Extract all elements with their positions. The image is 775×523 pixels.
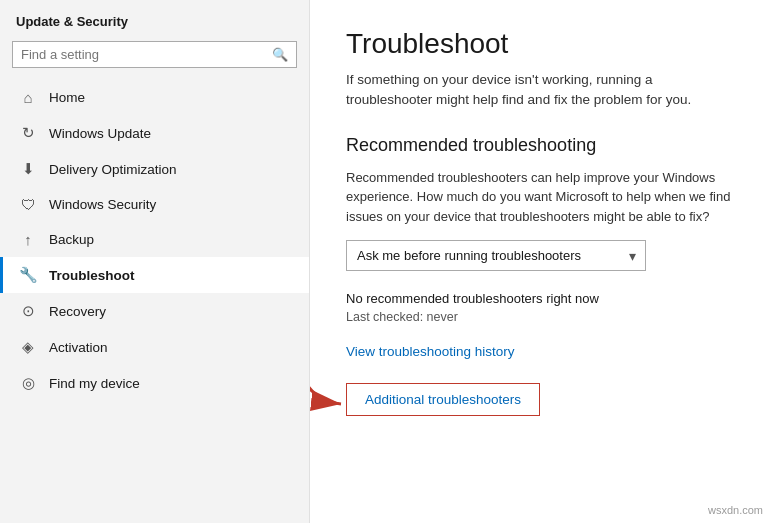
troubleshoot-dropdown[interactable]: Ask me before running troubleshootersRun…: [346, 240, 646, 271]
sidebar-item-troubleshoot[interactable]: 🔧 Troubleshoot: [0, 257, 309, 293]
recommended-section-title: Recommended troubleshooting: [346, 135, 739, 156]
main-content: Troubleshoot If something on your device…: [310, 0, 775, 523]
watermark: wsxdn.com: [704, 503, 767, 517]
sidebar-item-label-troubleshoot: Troubleshoot: [49, 268, 135, 283]
windows-update-icon: ↻: [19, 124, 37, 142]
sidebar-item-recovery[interactable]: ⊙ Recovery: [0, 293, 309, 329]
page-description: If something on your device isn't workin…: [346, 70, 739, 111]
sidebar-item-label-recovery: Recovery: [49, 304, 106, 319]
sidebar-item-delivery-optimization[interactable]: ⬇ Delivery Optimization: [0, 151, 309, 187]
troubleshoot-dropdown-wrapper[interactable]: Ask me before running troubleshootersRun…: [346, 240, 646, 271]
sidebar-item-label-home: Home: [49, 90, 85, 105]
sidebar-item-label-delivery-optimization: Delivery Optimization: [49, 162, 177, 177]
sidebar-item-label-backup: Backup: [49, 232, 94, 247]
sidebar-item-home[interactable]: ⌂ Home: [0, 80, 309, 115]
view-history-link[interactable]: View troubleshooting history: [346, 344, 739, 359]
arrow-container: Additional troubleshooters: [346, 379, 739, 416]
sidebar-item-label-windows-update: Windows Update: [49, 126, 151, 141]
windows-security-icon: 🛡: [19, 196, 37, 213]
search-input[interactable]: [21, 47, 272, 62]
sidebar-item-windows-update[interactable]: ↻ Windows Update: [0, 115, 309, 151]
search-box[interactable]: 🔍: [12, 41, 297, 68]
additional-troubleshooters-button[interactable]: Additional troubleshooters: [346, 383, 540, 416]
sidebar-section-label: Update & Security: [0, 0, 309, 37]
recovery-icon: ⊙: [19, 302, 37, 320]
backup-icon: ↑: [19, 231, 37, 248]
sidebar-item-label-activation: Activation: [49, 340, 108, 355]
sidebar-item-label-windows-security: Windows Security: [49, 197, 156, 212]
home-icon: ⌂: [19, 89, 37, 106]
delivery-optimization-icon: ⬇: [19, 160, 37, 178]
sidebar-item-find-my-device[interactable]: ◎ Find my device: [0, 365, 309, 401]
sidebar-item-label-find-my-device: Find my device: [49, 376, 140, 391]
sidebar-item-activation[interactable]: ◈ Activation: [0, 329, 309, 365]
sidebar: Update & Security 🔍 ⌂ Home ↻ Windows Upd…: [0, 0, 310, 523]
last-checked-text: Last checked: never: [346, 310, 739, 324]
sidebar-item-windows-security[interactable]: 🛡 Windows Security: [0, 187, 309, 222]
troubleshoot-icon: 🔧: [19, 266, 37, 284]
page-title: Troubleshoot: [346, 28, 739, 60]
status-text: No recommended troubleshooters right now: [346, 291, 739, 306]
recommended-section-description: Recommended troubleshooters can help imp…: [346, 168, 739, 227]
search-icon-button[interactable]: 🔍: [272, 47, 288, 62]
activation-icon: ◈: [19, 338, 37, 356]
find-my-device-icon: ◎: [19, 374, 37, 392]
sidebar-item-backup[interactable]: ↑ Backup: [0, 222, 309, 257]
